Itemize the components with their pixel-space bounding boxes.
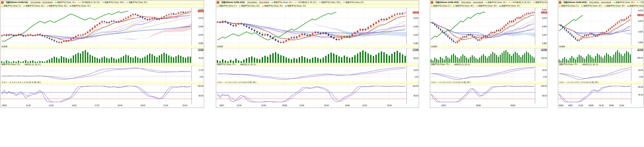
x-axis-tick: 06/07 — [568, 104, 573, 106]
stochastics-label: スロー・ストキャスティクス( 14, 3, 60, 20 ) — [217, 81, 256, 84]
stochastics-label-strip: スロー・ストキャスティクス( 14, 3, 60, 20 ) — [430, 81, 547, 84]
stoch-axis-tick: 100.00 — [198, 85, 203, 87]
legend-swatch-icon — [614, 2, 615, 3]
y-axis-tick: 9,475 — [542, 17, 547, 19]
legend-label: 移動平均( Close, 20 ) — [346, 1, 364, 4]
stochastics-chart-row: 100.0040.00 — [430, 84, 547, 104]
legend-item: 移動平均( Close, 75 ) — [499, 5, 520, 7]
macd-chart — [430, 66, 535, 81]
volume-axis-tick: 465.00 — [637, 49, 643, 51]
x-axis-tick: 13:20 — [49, 104, 54, 106]
volume-chart-axis: × 100465.00185.00 — [631, 48, 644, 63]
macd-chart — [558, 66, 631, 81]
x-axis-tick: 20:00 — [140, 104, 145, 106]
current-price-badge: 9,495 — [413, 12, 418, 14]
legend-swatch-icon — [55, 2, 56, 3]
volume-chart — [558, 48, 631, 63]
candlestick-chart-icon — [431, 1, 433, 4]
legend-label: 移動平均( Close, 10 ) — [274, 1, 292, 4]
price-chart — [216, 8, 406, 45]
y-axis-tick: 9,385 — [414, 42, 418, 44]
macd-chart — [430, 66, 535, 81]
price-chart — [0, 8, 192, 45]
legend-swatch-icon — [636, 2, 638, 3]
price-chart-axis: 9,5159,4709,4259,3809,495 — [631, 8, 644, 45]
x-axis-tick: 21:20 — [164, 104, 168, 106]
volume-axis-tick: 25.00 — [198, 57, 203, 59]
volume-chart-row: × 100465.00185.00 — [558, 48, 644, 63]
macd-axis-tick: 17.50 — [198, 69, 203, 71]
x-axis-tick: 16:30 — [620, 104, 624, 106]
price-chart — [430, 8, 535, 45]
legend-swatch-icon — [343, 2, 345, 3]
volume-axis-tick: 65.00 — [198, 49, 203, 51]
macd-axis-tick: 2.50 — [200, 76, 203, 78]
legend-label: 移動平均( Close, 75 ) — [288, 5, 306, 7]
legend-item: 一目均衡表( 9, 26, 52 ) — [294, 1, 316, 4]
x-axis-tick: 16:30 — [599, 104, 604, 106]
stochastics-chart-axis: 100.0040.00 — [406, 84, 419, 104]
price-chart-row: 9,5159,4709,4259,3809,495 — [558, 8, 644, 45]
macd-chart — [216, 66, 406, 81]
legend-label: 移動平均( Close, 75 ) — [502, 5, 520, 7]
x-axis-labels: 06/0706/0806/09 — [430, 104, 535, 108]
legend-item: 移動平均( Close, 25 ) — [476, 5, 497, 7]
candlestick-chart-icon — [559, 1, 561, 4]
panel-header: 日経225mini 11/09( 5分)2011/06/06 - 2011/06… — [0, 1, 204, 4]
y-axis-tick: 9,475 — [414, 17, 418, 19]
macd-label: MACD( 12, 26, 9 ) — [454, 63, 470, 65]
legend-swatch-icon — [78, 2, 80, 3]
volume-chart — [0, 48, 192, 63]
legend-swatch-icon — [476, 6, 478, 6]
legend-label: 移動平均( Close, 5 ) — [433, 5, 450, 7]
legend-label: 一目均衡表( 9, 26, 52 ) — [511, 1, 531, 4]
stoch-axis-tick: 40.00 — [542, 95, 547, 97]
price-chart — [0, 8, 192, 45]
legend-swatch-icon — [46, 6, 48, 6]
price-chart — [558, 8, 631, 45]
volume-label: 出来高 — [431, 45, 437, 48]
x-axis-tick: 12:00 — [362, 104, 367, 106]
legend-item: 移動平均( Close, 40 ) — [239, 5, 260, 7]
y-axis-tick: 9,415 — [414, 34, 418, 36]
legend-swatch-icon — [319, 2, 321, 3]
panel-header-row2: 移動平均( Close, 5 )移動平均( Close, 40 )移動平均( C… — [216, 4, 419, 8]
legend-swatch-icon — [453, 6, 455, 6]
legend-item: 移動平均( Close, 10 ) — [614, 1, 634, 4]
stochastics-label: スロー・ストキャスティクス( 14, 3, 60, 20 ) — [559, 81, 598, 84]
macd-chart — [0, 66, 192, 81]
chart-panel-60min: 日経225mini 11/09( 60分)2011/06/01 - 2011/0… — [558, 0, 644, 108]
legend-swatch-icon — [486, 2, 487, 3]
legend-label: 移動平均( Close, 150 ) — [104, 1, 124, 4]
macd-label-strip: 移動平均( Close, 75 )MACD( 12, 26, 9 ) — [216, 63, 419, 66]
legend-label: 移動平均( Close, 25 ) — [264, 5, 283, 7]
stochastics-chart — [216, 84, 406, 104]
legend-label: 移動平均( Close, 5 ) — [219, 5, 236, 7]
legend-swatch-icon — [102, 2, 104, 3]
y-axis-tick: 9,445 — [542, 26, 547, 28]
macd-label-strip: 移動平均( Close, 75 )MACD( 12, 26, 9 ) — [0, 63, 204, 66]
panel-title: 日経225mini 11/09( 60分) — [564, 1, 587, 4]
x-axis-tick: 12:00 — [236, 104, 241, 106]
panel-title: 日経225mini 11/09( 5分) — [6, 1, 28, 4]
macd-chart — [0, 66, 192, 81]
macd-chart-axis: 19.002.00 — [406, 66, 419, 81]
volume-chart-axis: × 100215.0080.00 — [406, 48, 419, 63]
macd-label: MACD( 12, 26, 9 ) — [25, 63, 40, 65]
macd-ma-label: 移動平均( Close, 75 ) — [217, 63, 236, 66]
legend-label: 移動平均( Close, 10 ) — [488, 1, 506, 4]
macd-label-strip: 移動平均( Close, 75 )MACD( 12, 26, 9 ) — [430, 63, 547, 66]
volume-axis-tick: 110.00 — [541, 57, 547, 59]
legend-swatch-icon — [239, 6, 241, 6]
panel-header: 日経225mini 11/09( 60分)2011/06/01 - 2011/0… — [558, 1, 644, 4]
price-chart — [430, 8, 535, 45]
legend-item: 移動平均( Close, 10 ) — [486, 1, 506, 4]
stochastics-label-strip: スロー・ストキャスティクス( 14, 3, 60, 20 ) — [558, 81, 644, 84]
macd-chart — [216, 66, 406, 81]
macd-chart-row: 29.004.00 — [558, 66, 644, 81]
price-chart-row: 9,5059,4759,4459,4159,3859,500 — [0, 8, 204, 45]
legend-swatch-icon — [70, 6, 72, 6]
volume-label-strip: 出来高 — [430, 45, 547, 48]
legend-label: 移動平均( Close, 40 ) — [26, 5, 44, 7]
stoch-axis-tick: 40.00 — [414, 95, 418, 97]
